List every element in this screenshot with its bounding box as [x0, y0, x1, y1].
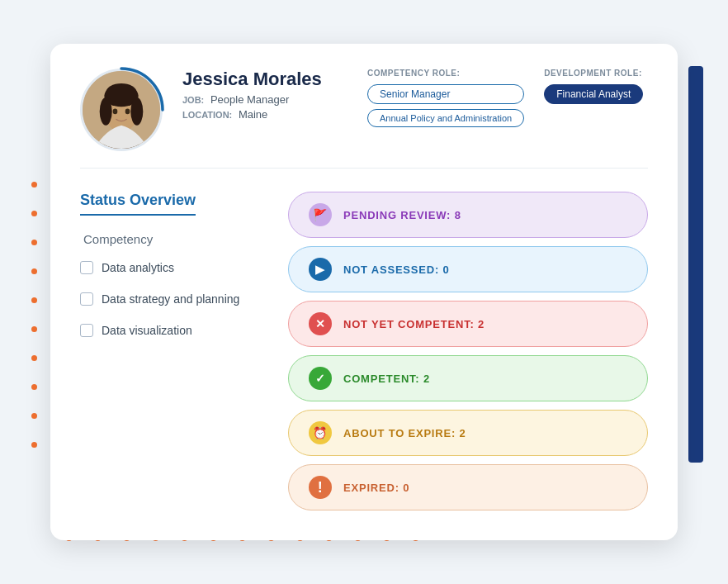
checklist-item-3: Data visualization — [80, 324, 262, 337]
right-panel: 🚩 PENDING REVIEW: 8 ▶ NOT ASSESSED: 0 ✕ … — [288, 192, 648, 510]
location-label: LOCATION: — [182, 110, 232, 120]
status-card-competent[interactable]: ✓ COMPETENT: 2 — [288, 355, 648, 401]
location-value: Maine — [239, 108, 267, 121]
main-card: Jessica Morales JOB: People Manager LOCA… — [50, 44, 678, 540]
blue-sidebar — [688, 66, 703, 463]
competency-role-col: COMPETENCY ROLE: Senior Manager Annual P… — [367, 69, 524, 127]
checklist-text-2: Data strategy and planning — [102, 292, 239, 306]
avatar-wrapper — [80, 69, 163, 151]
development-role-badge[interactable]: Financial Analyst — [544, 84, 643, 104]
status-overview-title: Status Overview — [80, 192, 196, 216]
competency-role-badge-1[interactable]: Senior Manager — [367, 84, 524, 104]
competency-label: Competency — [80, 232, 262, 246]
avatar-arc — [77, 65, 166, 154]
profile-info: Jessica Morales JOB: People Manager LOCA… — [182, 69, 347, 123]
job-label: JOB: — [182, 95, 204, 105]
roles-section: COMPETENCY ROLE: Senior Manager Annual P… — [367, 69, 648, 127]
checkbox-3[interactable] — [80, 324, 93, 337]
profile-location: LOCATION: Maine — [182, 108, 347, 121]
left-panel: Status Overview Competency Data analytic… — [80, 192, 262, 510]
role-group: COMPETENCY ROLE: Senior Manager Annual P… — [367, 69, 648, 127]
competency-role-label: COMPETENCY ROLE: — [367, 69, 524, 78]
development-role-label: DEVELOPMENT ROLE: — [544, 69, 643, 78]
competent-icon: ✓ — [309, 367, 332, 390]
pending-icon: 🚩 — [309, 203, 332, 226]
checkbox-1[interactable] — [80, 261, 93, 274]
about-to-expire-text: ABOUT TO EXPIRE: 2 — [343, 427, 466, 439]
checkbox-2[interactable] — [80, 292, 93, 306]
about-to-expire-icon: ⏰ — [309, 421, 332, 444]
job-value: People Manager — [210, 93, 289, 106]
profile-job: JOB: People Manager — [182, 93, 347, 106]
status-card-pending[interactable]: 🚩 PENDING REVIEW: 8 — [288, 192, 648, 238]
status-card-about-to-expire[interactable]: ⏰ ABOUT TO EXPIRE: 2 — [288, 410, 648, 456]
profile-section: Jessica Morales JOB: People Manager LOCA… — [80, 69, 648, 169]
competent-text: COMPETENT: 2 — [343, 373, 430, 385]
expired-text: EXPIRED: 0 — [343, 482, 409, 494]
competency-role-badge-2[interactable]: Annual Policy and Administration — [367, 109, 524, 127]
status-card-expired[interactable]: ! EXPIRED: 0 — [288, 464, 648, 510]
checklist-text-3: Data visualization — [102, 324, 192, 337]
checklist-text-1: Data analytics — [102, 261, 174, 274]
profile-name: Jessica Morales — [182, 69, 347, 90]
expired-icon: ! — [309, 476, 332, 499]
development-role-col: DEVELOPMENT ROLE: Financial Analyst — [544, 69, 643, 127]
status-card-not-competent[interactable]: ✕ NOT YET COMPETENT: 2 — [288, 301, 648, 347]
status-card-not-assessed[interactable]: ▶ NOT ASSESSED: 0 — [288, 246, 648, 292]
main-content: Status Overview Competency Data analytic… — [80, 192, 648, 510]
not-assessed-icon: ▶ — [309, 258, 332, 281]
not-competent-icon: ✕ — [309, 312, 332, 335]
checklist-item-1: Data analytics — [80, 261, 262, 274]
pending-text: PENDING REVIEW: 8 — [343, 209, 461, 221]
not-competent-text: NOT YET COMPETENT: 2 — [343, 318, 485, 330]
checklist-item-2: Data strategy and planning — [80, 292, 262, 306]
not-assessed-text: NOT ASSESSED: 0 — [343, 264, 450, 276]
